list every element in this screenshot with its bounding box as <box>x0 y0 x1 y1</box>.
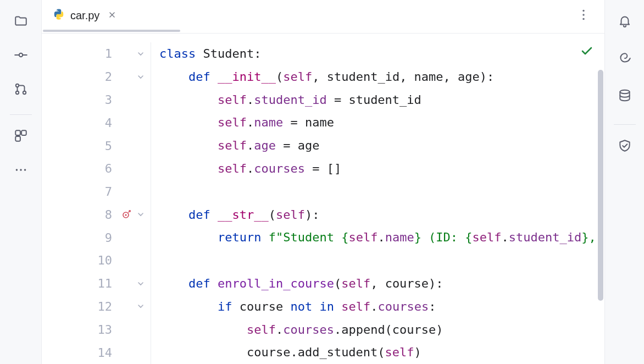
fold-toggle[interactable] <box>134 50 147 58</box>
svg-point-10 <box>582 10 584 12</box>
shield-check-icon <box>618 139 632 153</box>
line-number: 14 <box>42 346 119 360</box>
vertical-scrollbar[interactable] <box>598 70 603 301</box>
checkmark-icon <box>580 45 593 58</box>
svg-point-15 <box>620 90 629 94</box>
right-tool-rail <box>604 0 644 364</box>
line-number: 3 <box>42 93 119 107</box>
more-icon <box>14 163 28 177</box>
line-number: 4 <box>42 116 119 130</box>
spiral-icon <box>618 51 632 65</box>
svg-rect-5 <box>21 130 26 135</box>
more-tool-button[interactable] <box>10 159 32 181</box>
svg-point-9 <box>24 169 25 170</box>
svg-point-11 <box>582 14 584 15</box>
line-number: 7 <box>42 185 119 198</box>
problems-shield-button[interactable] <box>614 135 636 157</box>
chevron-down-icon <box>137 302 145 310</box>
editor-area[interactable]: 1 2 3 4 5 6 7 8 9 10 11 12 13 14 class S… <box>42 33 604 364</box>
tab-more-button[interactable] <box>573 4 595 26</box>
code-editor[interactable]: class Student: def __init__(self, studen… <box>159 34 604 364</box>
bell-icon <box>618 14 632 28</box>
rail-separator <box>10 114 32 115</box>
notifications-button[interactable] <box>614 10 636 32</box>
analysis-status-ok[interactable] <box>580 45 593 60</box>
svg-rect-6 <box>15 136 20 141</box>
tab-scroll-indicator <box>43 30 180 32</box>
project-tool-button[interactable] <box>10 10 32 32</box>
structure-tool-button[interactable] <box>10 125 32 147</box>
line-number: 1 <box>42 47 119 60</box>
database-tool-button[interactable] <box>614 85 636 107</box>
line-number: 13 <box>42 323 119 337</box>
commit-icon <box>14 48 28 62</box>
svg-rect-4 <box>15 130 20 135</box>
line-number: 10 <box>42 253 119 267</box>
commit-tool-button[interactable] <box>10 44 32 66</box>
pull-requests-tool-button[interactable] <box>10 78 32 100</box>
ai-assistant-button[interactable] <box>614 47 636 69</box>
fold-toggle[interactable] <box>134 302 147 310</box>
rail-separator <box>614 124 636 125</box>
chevron-down-icon <box>137 280 145 288</box>
editor-gutter: 1 2 3 4 5 6 7 8 9 10 11 12 13 14 <box>42 34 159 364</box>
close-icon <box>108 11 116 19</box>
chevron-down-icon <box>137 50 145 58</box>
code-content[interactable]: class Student: def __init__(self, studen… <box>159 42 604 364</box>
editor-tab-car-py[interactable]: car.py <box>42 0 125 30</box>
target-arrow-icon[interactable] <box>119 209 134 220</box>
line-number: 6 <box>42 162 119 175</box>
fold-toggle[interactable] <box>134 211 147 218</box>
svg-point-14 <box>125 214 126 216</box>
svg-point-12 <box>582 18 584 20</box>
fold-toggle[interactable] <box>134 280 147 288</box>
fold-toggle[interactable] <box>134 73 147 81</box>
database-icon <box>618 89 632 103</box>
tab-label: car.py <box>70 9 99 22</box>
pull-requests-icon <box>14 82 28 96</box>
chevron-down-icon <box>137 211 145 218</box>
python-icon <box>53 8 65 23</box>
editor-tabbar: car.py <box>42 0 573 30</box>
left-tool-rail <box>0 0 42 364</box>
folder-icon <box>14 14 28 28</box>
structure-icon <box>14 129 28 143</box>
line-number: 9 <box>42 231 119 245</box>
line-number: 12 <box>42 300 119 313</box>
svg-point-7 <box>15 169 17 170</box>
line-number: 11 <box>42 277 119 290</box>
tab-close-button[interactable] <box>105 10 119 21</box>
line-number: 5 <box>42 139 119 153</box>
line-number: 8 <box>42 208 119 222</box>
svg-point-8 <box>20 169 21 170</box>
line-number: 2 <box>42 70 119 84</box>
chevron-down-icon <box>137 73 145 81</box>
vertical-dots-icon <box>576 8 591 22</box>
